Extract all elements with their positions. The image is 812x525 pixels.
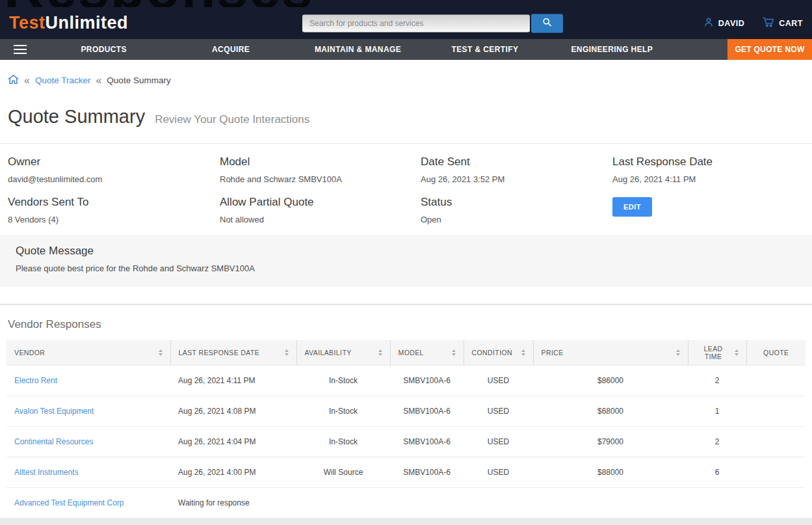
search-input[interactable] — [302, 14, 530, 32]
quote-message-box: Quote Message Please quote best price fo… — [0, 235, 812, 287]
table-row: Avalon Test Equipment Aug 26, 2021 4:08 … — [7, 396, 805, 426]
cell-condition: USED — [464, 426, 533, 457]
field-value: Rohde and Schwarz SMBV100A — [220, 174, 421, 184]
column-header-model[interactable]: MODEL — [399, 349, 424, 357]
site-header: TestUnlimited DAVID CART — [0, 7, 812, 39]
nav-item-engineering-help[interactable]: ENGINEERING HELP — [549, 39, 675, 60]
field-vendors-sent-to: Vendors Sent To 8 Vendors (4) — [8, 196, 220, 224]
person-icon — [703, 17, 714, 29]
site-logo[interactable]: TestUnlimited — [9, 13, 128, 33]
table-row: Advanced Test Equipment Corp Waiting for… — [7, 487, 805, 518]
cell-quote — [746, 457, 805, 487]
cell-quote — [746, 396, 805, 426]
cell-model: SMBV100A-6 — [390, 457, 464, 487]
cell-lead-time: 2 — [688, 365, 746, 396]
cell-condition: USED — [464, 396, 533, 426]
search-button[interactable] — [531, 14, 563, 33]
nav-item-acquire[interactable]: ACQUIRE — [167, 39, 294, 60]
field-label: Model — [220, 155, 421, 168]
field-value: Open — [421, 215, 612, 224]
sort-icon[interactable] — [676, 349, 680, 356]
main-nav: PRODUCTS ACQUIRE MAINTAIN & MANAGE TEST … — [0, 39, 812, 60]
vendor-responses-table: VENDOR LAST RESPONSE DATE AVAILABILITY M… — [7, 340, 805, 518]
cell-lead-time — [688, 487, 746, 518]
column-header-condition[interactable]: CONDITION — [472, 349, 513, 357]
cell-condition — [464, 487, 533, 518]
field-value: Aug 26, 2021 4:11 PM — [612, 174, 804, 184]
cell-availability: Will Source — [296, 457, 390, 487]
table-body: Electro Rent Aug 26, 2021 4:11 PM In-Sto… — [7, 365, 805, 518]
clipped-heading: Responses — [4, 0, 314, 7]
cell-price: $86000 — [533, 365, 688, 396]
cell-model: SMBV100A-6 — [390, 365, 464, 396]
cell-availability: In-Stock — [296, 426, 390, 457]
nav-item-test-certify[interactable]: TEST & CERTIFY — [421, 39, 548, 60]
field-value: Aug 26, 2021 3:52 PM — [421, 174, 612, 184]
vendor-link[interactable]: Electro Rent — [14, 376, 57, 385]
get-quote-now-button[interactable]: GET QUOTE NOW — [727, 39, 812, 60]
sort-icon[interactable] — [735, 349, 739, 356]
menu-button[interactable] — [0, 39, 40, 60]
vendor-link[interactable]: Continental Resources — [14, 437, 93, 446]
cell-last-response: Aug 26, 2021 4:08 PM — [170, 396, 296, 426]
field-label: Date Sent — [421, 155, 612, 168]
nav-item-maintain-manage[interactable]: MAINTAIN & MANAGE — [295, 39, 421, 60]
table-row: Alltest Instruments Aug 26, 2021 4:00 PM… — [7, 457, 805, 487]
column-header-price[interactable]: PRICE — [542, 349, 564, 357]
field-allow-partial-quote: Allow Partial Quote Not allowed — [220, 196, 421, 224]
cell-availability — [296, 487, 390, 518]
sort-icon[interactable] — [452, 349, 456, 356]
cell-condition: USED — [464, 457, 533, 487]
account-label: DAVID — [718, 19, 744, 28]
field-value: Not allowed — [220, 215, 421, 224]
cell-availability: In-Stock — [296, 365, 390, 396]
vendor-link[interactable]: Alltest Instruments — [14, 468, 79, 477]
sort-icon[interactable] — [285, 349, 289, 356]
cell-model — [390, 487, 464, 518]
home-icon[interactable] — [8, 74, 19, 87]
quote-summary-page: Responses TestUnlimited DAVID — [0, 0, 812, 525]
column-header-last-response-date[interactable]: LAST RESPONSE DATE — [179, 349, 260, 357]
field-label: Allow Partial Quote — [220, 196, 421, 209]
field-value: david@testunlimited.com — [8, 174, 220, 184]
table-header: VENDOR LAST RESPONSE DATE AVAILABILITY M… — [7, 340, 805, 365]
sort-icon[interactable] — [159, 349, 163, 356]
quote-message-body: Please quote best price for the Rohde an… — [16, 263, 796, 273]
table-row: Electro Rent Aug 26, 2021 4:11 PM In-Sto… — [7, 365, 805, 396]
field-status: Status Open — [421, 196, 612, 224]
cell-last-response: Waiting for response — [170, 487, 296, 518]
search-bar — [302, 14, 563, 33]
vendor-responses-title: Vendor Responses — [8, 318, 804, 331]
field-date-sent: Date Sent Aug 26, 2021 3:52 PM — [421, 155, 612, 184]
field-last-response-date: Last Response Date Aug 26, 2021 4:11 PM — [612, 155, 804, 184]
header-actions: DAVID CART — [703, 17, 803, 29]
cell-lead-time: 6 — [688, 457, 746, 487]
cell-price — [533, 487, 688, 518]
quote-details: Owner david@testunlimited.com Model Rohd… — [0, 144, 812, 224]
cell-quote — [746, 487, 805, 518]
breadcrumb-separator: « — [96, 75, 101, 86]
cart-button[interactable]: CART — [763, 17, 803, 29]
column-header-quote: QUOTE — [763, 349, 789, 357]
table-row: Continental Resources Aug 26, 2021 4:04 … — [7, 426, 805, 457]
breadcrumb-link-quote-tracker[interactable]: Quote Tracker — [35, 75, 91, 85]
vendor-link[interactable]: Advanced Test Equipment Corp — [14, 498, 124, 507]
sort-icon[interactable] — [378, 349, 382, 356]
page-subtitle: Review Your Quote Interactions — [155, 113, 309, 126]
column-header-vendor[interactable]: VENDOR — [14, 349, 45, 357]
sort-icon[interactable] — [521, 349, 525, 356]
cell-model: SMBV100A-6 — [390, 396, 464, 426]
column-header-availability[interactable]: AVAILABILITY — [305, 349, 352, 357]
account-menu[interactable]: DAVID — [703, 17, 744, 29]
logo-part-test: Test — [9, 13, 46, 33]
page-title: Quote Summary — [8, 106, 145, 128]
cell-last-response: Aug 26, 2021 4:04 PM — [170, 426, 296, 457]
nav-item-products[interactable]: PRODUCTS — [40, 39, 167, 60]
column-header-lead-time[interactable]: LEAD TIME — [696, 345, 731, 360]
edit-button[interactable]: EDIT — [612, 197, 652, 217]
field-label: Vendors Sent To — [8, 196, 220, 209]
field-model: Model Rohde and Schwarz SMBV100A — [220, 155, 421, 184]
cell-price: $79000 — [533, 426, 688, 457]
cell-last-response: Aug 26, 2021 4:11 PM — [170, 365, 296, 396]
vendor-link[interactable]: Avalon Test Equipment — [14, 407, 94, 416]
